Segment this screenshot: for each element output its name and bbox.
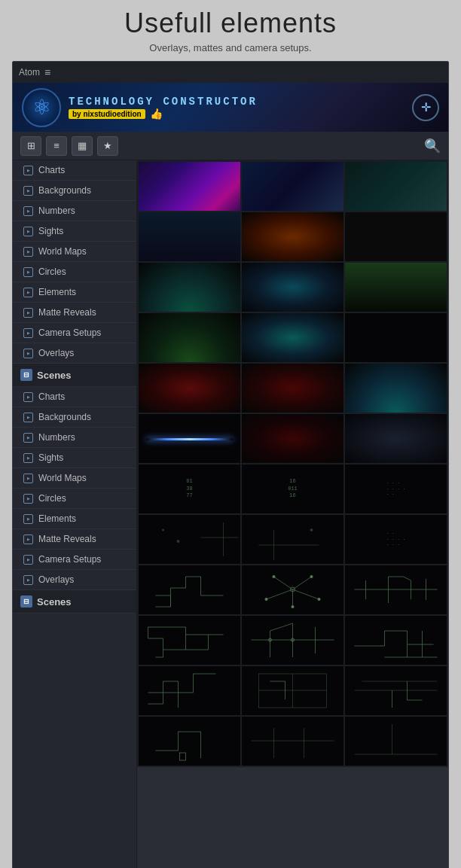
grid-item-hud[interactable]: · · ·· · · ·· · (345, 464, 447, 513)
grid-item-blue-line[interactable] (139, 414, 240, 463)
svg-point-26 (292, 605, 295, 608)
header-left: TECHNOLOGY CONSTRUCTOR by nixstudioediti… (22, 88, 258, 127)
sidebar-item-icon (23, 166, 33, 175)
sidebar-item-numbers-1[interactable]: Numbers (13, 201, 136, 221)
grid-item[interactable] (345, 313, 447, 362)
sidebar-item-icon (23, 392, 33, 402)
app-window: Atom ≡ TECHNOLOGY CONSTRUCTOR by nixstud… (12, 61, 449, 868)
sidebar-item-camera-setups-1[interactable]: Camera Setups (13, 323, 136, 343)
grid-item-circuit[interactable] (139, 666, 240, 715)
grid-item[interactable] (139, 364, 240, 413)
page-subtitle: Overlays, mattes and camera setups. (149, 42, 311, 53)
grid-item-hud[interactable] (139, 515, 240, 564)
grid-item-hud[interactable]: 813877 (139, 464, 240, 513)
sidebar-item-charts-1[interactable]: Charts (13, 160, 136, 181)
sidebar-item-label: Charts (38, 165, 65, 175)
grid-item[interactable] (242, 263, 343, 312)
svg-rect-78 (180, 753, 186, 760)
sidebar-item-icon (23, 474, 33, 483)
sidebar-item-overlays-1[interactable]: Overlays (13, 343, 136, 364)
grid-item[interactable] (242, 162, 343, 211)
sidebar-item-camera-setups-2[interactable]: Camera Setups (13, 550, 136, 570)
sidebar-item-circles-1[interactable]: Circles (13, 262, 136, 282)
like-icon[interactable]: 👍 (150, 108, 163, 120)
sidebar-item-numbers-2[interactable]: Numbers (13, 428, 136, 448)
sidebar-item-label: Backgrounds (38, 185, 91, 196)
sidebar-item-label: Charts (38, 391, 65, 402)
nav-circle[interactable]: ✛ (412, 94, 439, 121)
header-badge: by nixstudioedition (69, 109, 145, 119)
search-button[interactable]: 🔍 (424, 138, 441, 154)
grid-item[interactable] (345, 212, 447, 261)
svg-point-23 (310, 575, 313, 578)
grid-item[interactable] (242, 212, 343, 261)
sidebar-item-sights-2[interactable]: Sights (13, 448, 136, 468)
grid-item[interactable] (345, 364, 447, 413)
grid-item-hud[interactable]: · ·· · · ·· · · (345, 515, 447, 564)
sidebar-item-icon (23, 494, 33, 504)
grid-item-circuit[interactable] (242, 666, 343, 715)
grid-item[interactable] (242, 313, 343, 362)
section-label: Scenes (37, 596, 72, 608)
grid-item-circuit[interactable] (242, 616, 343, 665)
sidebar-section-scenes-2[interactable]: ⊟ Scenes (13, 590, 136, 614)
section-icon: ⊟ (20, 369, 32, 381)
grid-item[interactable] (139, 263, 240, 312)
sidebar-item-elements-2[interactable]: Elements (13, 509, 136, 529)
sidebar-item-worldmaps-2[interactable]: World Maps (13, 468, 136, 489)
sidebar-item-charts-2[interactable]: Charts (13, 387, 136, 407)
grid-item[interactable] (139, 313, 240, 362)
sidebar-item-backgrounds-1[interactable]: Backgrounds (13, 181, 136, 201)
sidebar-item-backgrounds-2[interactable]: Backgrounds (13, 407, 136, 428)
svg-line-19 (267, 589, 293, 599)
grid-item[interactable] (139, 212, 240, 261)
sidebar-item-label: Matte Reveals (38, 307, 96, 318)
sidebar-item-icon (23, 535, 33, 544)
sidebar-item-label: Elements (38, 287, 76, 297)
favorites-btn[interactable]: ★ (97, 136, 118, 156)
grid-item[interactable] (242, 414, 343, 463)
grid-item-circuit[interactable] (242, 717, 343, 766)
grid-item-circuit[interactable] (345, 717, 447, 766)
sidebar-item-circles-2[interactable]: Circles (13, 489, 136, 509)
svg-point-2 (177, 540, 180, 543)
grid-item[interactable] (139, 162, 240, 211)
grid-item[interactable] (345, 162, 447, 211)
grid-item[interactable] (345, 263, 447, 312)
main-layout: Charts Backgrounds Numbers Sights World … (13, 160, 448, 868)
grid-item[interactable] (345, 414, 447, 463)
grid-item-circuit[interactable] (345, 616, 447, 665)
section-icon: ⊟ (20, 595, 32, 608)
grid-view-btn[interactable]: ⊞ (20, 136, 41, 156)
sidebar-item-icon (23, 349, 33, 358)
sidebar-item-matte-reveals-2[interactable]: Matte Reveals (13, 529, 136, 550)
sidebar-item-matte-reveals-1[interactable]: Matte Reveals (13, 303, 136, 323)
grid-item-circuit[interactable] (139, 717, 240, 766)
sidebar-item-label: Circles (38, 493, 66, 504)
list-view-btn[interactable]: ≡ (46, 136, 67, 156)
grid-item-circuit[interactable] (139, 616, 240, 665)
hud-text: 1601116 (285, 475, 301, 503)
sidebar-item-label: World Maps (38, 473, 87, 483)
grid-item-circuit[interactable] (345, 565, 447, 614)
sidebar-item-worldmaps-1[interactable]: World Maps (13, 242, 136, 262)
sidebar-item-elements-1[interactable]: Elements (13, 282, 136, 303)
grid-item-circuit[interactable] (345, 666, 447, 715)
grid-item-hud[interactable]: 1601116 (242, 464, 343, 513)
grid-item-circuit[interactable] (242, 565, 343, 614)
svg-point-6 (310, 528, 313, 531)
hud-dots: · ·· · · ·· · · (383, 528, 408, 551)
sidebar-item-icon (23, 433, 33, 443)
sidebar-item-sights-1[interactable]: Sights (13, 221, 136, 242)
svg-line-20 (293, 589, 319, 599)
grid-item-hud[interactable] (242, 515, 343, 564)
top-bar: Atom ≡ (13, 62, 448, 83)
sidebar-item-overlays-2[interactable]: Overlays (13, 570, 136, 590)
sidebar-section-scenes-1[interactable]: ⊟ Scenes (13, 364, 136, 387)
menu-icon[interactable]: ≡ (44, 66, 50, 78)
sidebar-item-label: Sights (38, 226, 63, 236)
grid-item[interactable] (242, 364, 343, 413)
grid-item-circuit[interactable] (139, 565, 240, 614)
detail-view-btn[interactable]: ▦ (72, 136, 93, 156)
sidebar-item-label: Elements (38, 513, 76, 524)
